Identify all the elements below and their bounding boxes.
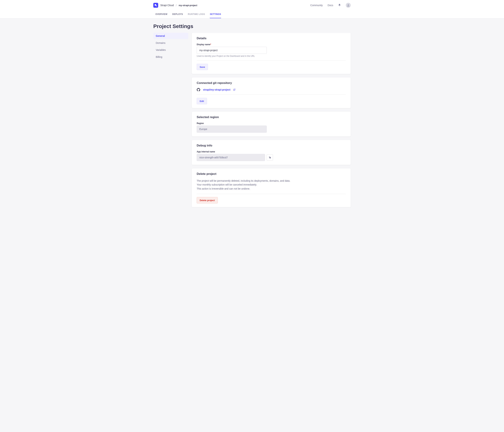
svg-rect-3 [270,157,270,158]
display-name-hint: Used to identify your Project on the Das… [197,55,346,57]
user-avatar[interactable] [346,3,351,8]
divider [197,60,346,61]
save-button[interactable]: Save [197,64,208,70]
delete-description-line2: Your monthly subscription will be cancel… [197,183,346,187]
copy-internal-name-button[interactable] [267,154,273,161]
svg-rect-1 [156,5,157,6]
strapi-logo-icon [154,4,157,7]
docs-link[interactable]: Docs [328,4,333,7]
sidebar-item-general[interactable]: General [153,33,188,39]
tab-deploys[interactable]: Deploys [172,10,183,18]
tab-overview[interactable]: Overview [155,10,167,18]
sidebar-item-billing[interactable]: Billing [153,54,188,60]
strapi-logo[interactable] [153,3,158,8]
delete-description-line3: This action is irreversible and can not … [197,187,346,191]
community-link[interactable]: Community [310,4,323,7]
display-name-input[interactable] [197,47,267,54]
delete-card: Delete project The project will be perma… [192,168,351,207]
repo-title: Connected git repository [197,81,346,85]
sidebar-item-domains[interactable]: Domains [153,40,188,46]
edit-repo-button[interactable]: Edit [197,98,207,104]
tabs: Overview Deploys Runtime Logs Settings [153,10,351,18]
region-label: Region [197,122,346,124]
external-link-icon [233,88,235,91]
region-card: Selected region Region [192,112,351,136]
details-title: Details [197,37,346,40]
user-icon [347,4,350,7]
sidebar-item-variables[interactable]: Variables [153,47,188,53]
tab-settings[interactable]: Settings [210,10,221,18]
page-title: Project Settings [153,23,351,29]
tab-runtime-logs[interactable]: Runtime Logs [188,10,205,18]
copy-icon [269,156,271,159]
debug-card: Debug info App internal name [192,140,351,165]
svg-point-2 [348,4,349,5]
github-icon [197,88,200,92]
header: Strapi Cloud / my-strapi-project Communi… [0,0,504,19]
repo-card: Connected git repository strapi/my-strap… [192,77,351,108]
breadcrumb-separator: / [176,4,177,7]
app-internal-name-input [197,154,265,161]
delete-description-line1: The project will be permanently deleted,… [197,179,346,183]
notifications-button[interactable] [338,4,341,7]
breadcrumb-brand[interactable]: Strapi Cloud [160,4,174,7]
repo-link[interactable]: strapi/my-strapi-project [203,88,230,91]
divider [197,94,346,95]
delete-project-button[interactable]: Delete project [197,197,218,203]
breadcrumb-project[interactable]: my-strapi-project [179,4,197,7]
bell-icon [338,4,341,7]
region-input [197,126,267,133]
details-card: Details Display name* Used to identify y… [192,33,351,74]
region-title: Selected region [197,115,346,119]
debug-title: Debug info [197,144,346,147]
settings-sidebar: General Domains Variables Billing [153,33,188,61]
app-internal-name-label: App internal name [197,150,346,153]
settings-main: Details Display name* Used to identify y… [192,33,351,207]
breadcrumb: Strapi Cloud / my-strapi-project [153,3,197,8]
delete-title: Delete project [197,172,346,176]
display-name-label: Display name* [197,43,346,46]
